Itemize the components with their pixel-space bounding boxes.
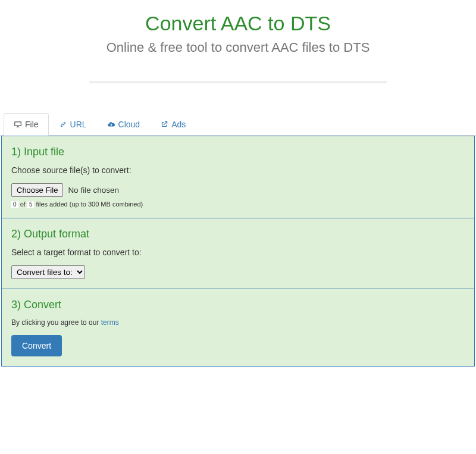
file-status: No file chosen [68, 186, 119, 195]
terms-link[interactable]: terms [101, 318, 119, 327]
step1-instruction: Choose source file(s) to convert: [11, 165, 465, 175]
link-icon [59, 120, 67, 129]
step2-instruction: Select a target format to convert to: [11, 248, 465, 257]
tab-cloud[interactable]: Cloud [97, 113, 151, 136]
tab-ads[interactable]: Ads [150, 113, 196, 136]
choose-file-button[interactable]: Choose File [11, 183, 63, 197]
tab-file[interactable]: File [4, 113, 49, 136]
files-max-count: 5 [27, 201, 35, 208]
step3-title: 3) Convert [11, 299, 465, 311]
step2-title: 2) Output format [11, 228, 465, 240]
converter-panel: 1) Input file Choose source file(s) to c… [1, 136, 475, 367]
step-output-format: 2) Output format Select a target format … [2, 218, 474, 289]
files-added-count: 0 [11, 201, 18, 208]
external-link-icon [160, 120, 168, 129]
tab-cloud-label: Cloud [118, 120, 140, 129]
convert-button[interactable]: Convert [11, 335, 62, 356]
cloud-icon [107, 120, 115, 129]
divider [89, 81, 387, 83]
file-count-hint: 0 of 5 files added (up to 300 MB combine… [11, 201, 465, 208]
step-convert: 3) Convert By clicking you agree to our … [2, 289, 474, 366]
page-title: Convert AAC to DTS [77, 12, 399, 35]
step-input-file: 1) Input file Choose source file(s) to c… [2, 136, 474, 218]
monitor-icon [14, 120, 22, 129]
terms-notice: By clicking you agree to our terms [11, 318, 465, 327]
tab-file-label: File [25, 120, 39, 129]
page-subtitle: Online & free tool to convert AAC files … [77, 39, 399, 57]
tab-url-label: URL [70, 120, 87, 129]
tab-url[interactable]: URL [49, 113, 97, 136]
target-format-select[interactable]: Convert files to: [11, 265, 85, 279]
step1-title: 1) Input file [11, 146, 465, 158]
tab-ads-label: Ads [171, 120, 186, 129]
tabs: File URL Cloud Ads [0, 113, 476, 136]
